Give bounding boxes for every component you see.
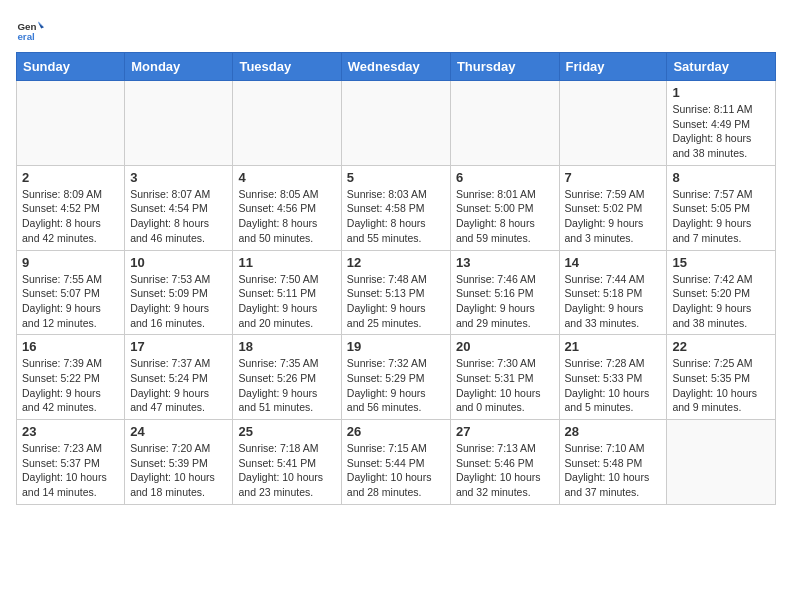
day-info: Sunrise: 7:28 AM Sunset: 5:33 PM Dayligh… [565, 356, 662, 415]
calendar-cell: 14Sunrise: 7:44 AM Sunset: 5:18 PM Dayli… [559, 250, 667, 335]
calendar-cell [559, 81, 667, 166]
day-number: 2 [22, 170, 119, 185]
calendar-cell: 20Sunrise: 7:30 AM Sunset: 5:31 PM Dayli… [450, 335, 559, 420]
calendar-cell: 26Sunrise: 7:15 AM Sunset: 5:44 PM Dayli… [341, 420, 450, 505]
day-number: 4 [238, 170, 335, 185]
calendar-week-2: 2Sunrise: 8:09 AM Sunset: 4:52 PM Daylig… [17, 165, 776, 250]
calendar-cell: 8Sunrise: 7:57 AM Sunset: 5:05 PM Daylig… [667, 165, 776, 250]
calendar-cell: 2Sunrise: 8:09 AM Sunset: 4:52 PM Daylig… [17, 165, 125, 250]
logo: Gen eral [16, 16, 48, 44]
day-info: Sunrise: 7:10 AM Sunset: 5:48 PM Dayligh… [565, 441, 662, 500]
day-info: Sunrise: 7:18 AM Sunset: 5:41 PM Dayligh… [238, 441, 335, 500]
day-info: Sunrise: 7:25 AM Sunset: 5:35 PM Dayligh… [672, 356, 770, 415]
calendar-cell: 3Sunrise: 8:07 AM Sunset: 4:54 PM Daylig… [125, 165, 233, 250]
day-number: 16 [22, 339, 119, 354]
calendar-cell: 25Sunrise: 7:18 AM Sunset: 5:41 PM Dayli… [233, 420, 341, 505]
calendar-cell: 7Sunrise: 7:59 AM Sunset: 5:02 PM Daylig… [559, 165, 667, 250]
day-info: Sunrise: 7:53 AM Sunset: 5:09 PM Dayligh… [130, 272, 227, 331]
header-saturday: Saturday [667, 53, 776, 81]
header-tuesday: Tuesday [233, 53, 341, 81]
calendar-cell: 18Sunrise: 7:35 AM Sunset: 5:26 PM Dayli… [233, 335, 341, 420]
calendar: SundayMondayTuesdayWednesdayThursdayFrid… [16, 52, 776, 505]
calendar-cell: 9Sunrise: 7:55 AM Sunset: 5:07 PM Daylig… [17, 250, 125, 335]
day-info: Sunrise: 8:07 AM Sunset: 4:54 PM Dayligh… [130, 187, 227, 246]
day-info: Sunrise: 7:59 AM Sunset: 5:02 PM Dayligh… [565, 187, 662, 246]
day-info: Sunrise: 7:30 AM Sunset: 5:31 PM Dayligh… [456, 356, 554, 415]
day-number: 1 [672, 85, 770, 100]
day-info: Sunrise: 7:57 AM Sunset: 5:05 PM Dayligh… [672, 187, 770, 246]
day-number: 11 [238, 255, 335, 270]
day-info: Sunrise: 7:42 AM Sunset: 5:20 PM Dayligh… [672, 272, 770, 331]
calendar-cell: 28Sunrise: 7:10 AM Sunset: 5:48 PM Dayli… [559, 420, 667, 505]
calendar-cell: 16Sunrise: 7:39 AM Sunset: 5:22 PM Dayli… [17, 335, 125, 420]
calendar-cell: 23Sunrise: 7:23 AM Sunset: 5:37 PM Dayli… [17, 420, 125, 505]
day-number: 23 [22, 424, 119, 439]
calendar-cell: 27Sunrise: 7:13 AM Sunset: 5:46 PM Dayli… [450, 420, 559, 505]
day-number: 15 [672, 255, 770, 270]
day-number: 19 [347, 339, 445, 354]
calendar-cell: 10Sunrise: 7:53 AM Sunset: 5:09 PM Dayli… [125, 250, 233, 335]
day-info: Sunrise: 7:44 AM Sunset: 5:18 PM Dayligh… [565, 272, 662, 331]
day-number: 3 [130, 170, 227, 185]
header-friday: Friday [559, 53, 667, 81]
day-info: Sunrise: 7:20 AM Sunset: 5:39 PM Dayligh… [130, 441, 227, 500]
header-sunday: Sunday [17, 53, 125, 81]
header-thursday: Thursday [450, 53, 559, 81]
day-number: 5 [347, 170, 445, 185]
calendar-cell: 5Sunrise: 8:03 AM Sunset: 4:58 PM Daylig… [341, 165, 450, 250]
calendar-cell: 15Sunrise: 7:42 AM Sunset: 5:20 PM Dayli… [667, 250, 776, 335]
day-info: Sunrise: 7:37 AM Sunset: 5:24 PM Dayligh… [130, 356, 227, 415]
day-number: 27 [456, 424, 554, 439]
day-number: 10 [130, 255, 227, 270]
page-header: Gen eral [16, 16, 776, 44]
calendar-week-1: 1Sunrise: 8:11 AM Sunset: 4:49 PM Daylig… [17, 81, 776, 166]
day-info: Sunrise: 8:05 AM Sunset: 4:56 PM Dayligh… [238, 187, 335, 246]
calendar-cell [17, 81, 125, 166]
calendar-cell: 17Sunrise: 7:37 AM Sunset: 5:24 PM Dayli… [125, 335, 233, 420]
calendar-cell [341, 81, 450, 166]
day-info: Sunrise: 7:35 AM Sunset: 5:26 PM Dayligh… [238, 356, 335, 415]
day-number: 28 [565, 424, 662, 439]
day-number: 18 [238, 339, 335, 354]
day-number: 13 [456, 255, 554, 270]
logo-icon: Gen eral [16, 16, 44, 44]
day-number: 14 [565, 255, 662, 270]
day-info: Sunrise: 7:48 AM Sunset: 5:13 PM Dayligh… [347, 272, 445, 331]
calendar-cell: 19Sunrise: 7:32 AM Sunset: 5:29 PM Dayli… [341, 335, 450, 420]
calendar-week-3: 9Sunrise: 7:55 AM Sunset: 5:07 PM Daylig… [17, 250, 776, 335]
day-number: 9 [22, 255, 119, 270]
calendar-cell: 21Sunrise: 7:28 AM Sunset: 5:33 PM Dayli… [559, 335, 667, 420]
day-number: 20 [456, 339, 554, 354]
calendar-cell [450, 81, 559, 166]
day-info: Sunrise: 7:46 AM Sunset: 5:16 PM Dayligh… [456, 272, 554, 331]
calendar-cell: 1Sunrise: 8:11 AM Sunset: 4:49 PM Daylig… [667, 81, 776, 166]
calendar-cell: 4Sunrise: 8:05 AM Sunset: 4:56 PM Daylig… [233, 165, 341, 250]
calendar-header-row: SundayMondayTuesdayWednesdayThursdayFrid… [17, 53, 776, 81]
calendar-cell: 11Sunrise: 7:50 AM Sunset: 5:11 PM Dayli… [233, 250, 341, 335]
calendar-cell: 6Sunrise: 8:01 AM Sunset: 5:00 PM Daylig… [450, 165, 559, 250]
calendar-cell [667, 420, 776, 505]
day-info: Sunrise: 7:15 AM Sunset: 5:44 PM Dayligh… [347, 441, 445, 500]
day-info: Sunrise: 8:09 AM Sunset: 4:52 PM Dayligh… [22, 187, 119, 246]
calendar-week-4: 16Sunrise: 7:39 AM Sunset: 5:22 PM Dayli… [17, 335, 776, 420]
calendar-cell [125, 81, 233, 166]
day-number: 25 [238, 424, 335, 439]
day-number: 6 [456, 170, 554, 185]
calendar-cell: 24Sunrise: 7:20 AM Sunset: 5:39 PM Dayli… [125, 420, 233, 505]
day-info: Sunrise: 7:13 AM Sunset: 5:46 PM Dayligh… [456, 441, 554, 500]
day-number: 22 [672, 339, 770, 354]
day-number: 21 [565, 339, 662, 354]
day-info: Sunrise: 7:50 AM Sunset: 5:11 PM Dayligh… [238, 272, 335, 331]
day-number: 24 [130, 424, 227, 439]
calendar-cell: 13Sunrise: 7:46 AM Sunset: 5:16 PM Dayli… [450, 250, 559, 335]
day-info: Sunrise: 7:55 AM Sunset: 5:07 PM Dayligh… [22, 272, 119, 331]
calendar-cell: 22Sunrise: 7:25 AM Sunset: 5:35 PM Dayli… [667, 335, 776, 420]
svg-text:eral: eral [17, 31, 35, 42]
header-wednesday: Wednesday [341, 53, 450, 81]
day-number: 7 [565, 170, 662, 185]
day-info: Sunrise: 7:23 AM Sunset: 5:37 PM Dayligh… [22, 441, 119, 500]
calendar-week-5: 23Sunrise: 7:23 AM Sunset: 5:37 PM Dayli… [17, 420, 776, 505]
day-info: Sunrise: 8:03 AM Sunset: 4:58 PM Dayligh… [347, 187, 445, 246]
day-number: 26 [347, 424, 445, 439]
svg-marker-3 [38, 23, 44, 29]
